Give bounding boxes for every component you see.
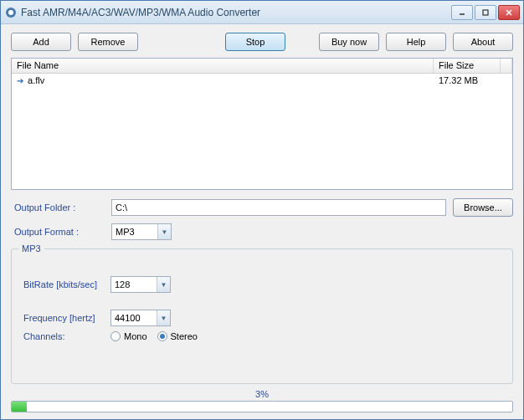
close-button[interactable]	[498, 5, 520, 20]
progress-bar	[11, 401, 513, 412]
format-options-group: MP3 BitRate [kbits/sec] 128 ▼ Frequency …	[11, 248, 513, 384]
radio-stereo-label: Stereo	[171, 331, 198, 341]
bitrate-value: 128	[111, 279, 157, 289]
app-icon	[4, 6, 18, 19]
frequency-select[interactable]: 44100 ▼	[110, 310, 171, 326]
arrow-right-icon: ➔	[17, 76, 23, 85]
stop-button[interactable]: Stop	[225, 33, 285, 51]
format-options-legend: MP3	[18, 243, 44, 254]
progress-fill	[12, 402, 27, 412]
output-format-row: Output Format : MP3 ▼	[11, 223, 513, 240]
radio-stereo[interactable]: Stereo	[157, 331, 198, 341]
output-format-select[interactable]: MP3 ▼	[111, 223, 172, 240]
progress-area: 3%	[11, 389, 513, 412]
chevron-down-icon: ▼	[157, 224, 171, 239]
list-item[interactable]: ➔ a.flv 17.32 MB	[12, 74, 512, 87]
bitrate-row: BitRate [kbits/sec] 128 ▼	[20, 276, 504, 293]
frequency-row: Frequency [hertz] 44100 ▼	[20, 310, 504, 326]
channels-row: Channels: Mono Stereo	[20, 331, 504, 341]
svg-rect-3	[483, 10, 488, 15]
channels-radio-group: Mono Stereo	[110, 331, 198, 341]
chevron-down-icon: ▼	[157, 277, 170, 292]
output-folder-label: Output Folder :	[11, 202, 105, 213]
channels-label: Channels:	[20, 331, 104, 341]
buynow-button[interactable]: Buy now	[319, 33, 379, 51]
col-filename[interactable]: File Name	[12, 59, 434, 73]
remove-button[interactable]: Remove	[78, 33, 138, 51]
toolbar: Add Remove Stop Buy now Help About	[11, 33, 513, 51]
col-end	[501, 59, 512, 73]
output-folder-input[interactable]	[111, 199, 446, 216]
file-list-body: ➔ a.flv 17.32 MB	[12, 74, 512, 189]
svg-point-1	[8, 10, 13, 15]
bitrate-label: BitRate [kbits/sec]	[20, 279, 104, 289]
minimize-button[interactable]	[451, 5, 473, 20]
file-list-header: File Name File Size	[12, 59, 512, 74]
window-title: Fast AMR/M4A/AC3/WAV/MP3/WMA Audio Conve…	[21, 7, 451, 18]
window-controls	[451, 5, 520, 20]
file-size-cell: 17.32 MB	[434, 75, 501, 85]
radio-mono[interactable]: Mono	[110, 331, 147, 341]
file-list[interactable]: File Name File Size ➔ a.flv 17.32 MB	[11, 58, 513, 190]
app-window: Fast AMR/M4A/AC3/WAV/MP3/WMA Audio Conve…	[0, 0, 524, 420]
about-button[interactable]: About	[453, 33, 513, 51]
radio-mono-label: Mono	[124, 331, 147, 341]
client-area: Add Remove Stop Buy now Help About File …	[1, 24, 523, 419]
browse-button[interactable]: Browse...	[453, 198, 513, 217]
radio-stereo-input[interactable]	[157, 331, 167, 341]
col-filesize[interactable]: File Size	[434, 59, 501, 73]
radio-mono-input[interactable]	[110, 331, 121, 341]
output-format-label: Output Format :	[11, 227, 105, 237]
file-name-cell: a.flv	[28, 75, 44, 85]
frequency-value: 44100	[111, 313, 157, 323]
output-format-value: MP3	[112, 227, 157, 237]
frequency-label: Frequency [hertz]	[20, 313, 104, 323]
progress-text: 3%	[11, 389, 513, 399]
help-button[interactable]: Help	[386, 33, 446, 51]
chevron-down-icon: ▼	[157, 310, 170, 325]
maximize-button[interactable]	[475, 5, 496, 20]
titlebar[interactable]: Fast AMR/M4A/AC3/WAV/MP3/WMA Audio Conve…	[1, 1, 523, 24]
output-folder-row: Output Folder : Browse...	[11, 198, 513, 217]
bitrate-select[interactable]: 128 ▼	[110, 276, 171, 293]
add-button[interactable]: Add	[11, 33, 71, 51]
